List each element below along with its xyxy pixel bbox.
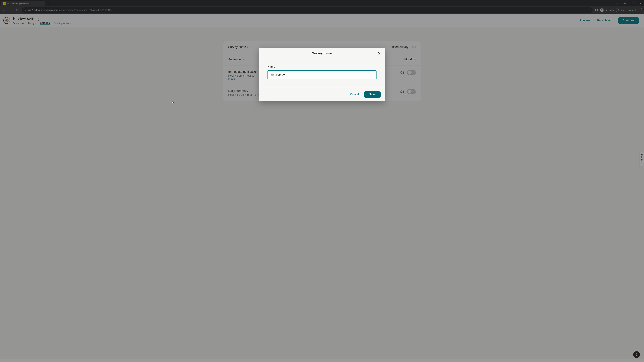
modal-header: Survey name ✕ [259, 48, 385, 58]
modal-overlay[interactable]: Survey name ✕ Name Cancel Save [0, 0, 644, 359]
modal-body: Name [259, 58, 385, 88]
close-icon[interactable]: ✕ [378, 51, 381, 56]
name-field-label: Name [268, 65, 376, 68]
save-button[interactable]: Save [364, 91, 381, 98]
modal-title: Survey name [312, 51, 332, 55]
cancel-button[interactable]: Cancel [350, 93, 359, 96]
modal-footer: Cancel Save [259, 88, 385, 101]
modal-survey-name: Survey name ✕ Name Cancel Save [259, 48, 385, 101]
name-input[interactable] [268, 70, 376, 79]
